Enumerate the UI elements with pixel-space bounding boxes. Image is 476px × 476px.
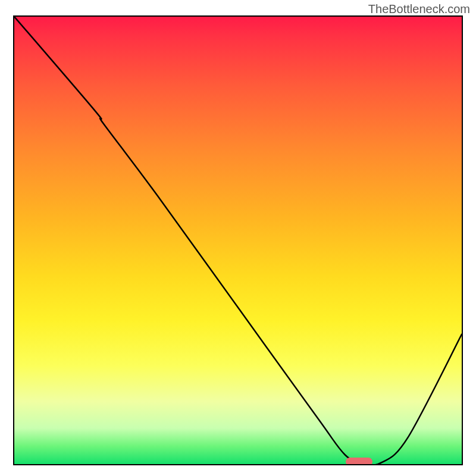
watermark-text: TheBottleneck.com [368,2,470,16]
optimal-range-marker [346,458,372,466]
chart-curve-svg [14,17,462,464]
chart-plot-area [13,15,463,465]
bottleneck-curve [14,17,462,464]
